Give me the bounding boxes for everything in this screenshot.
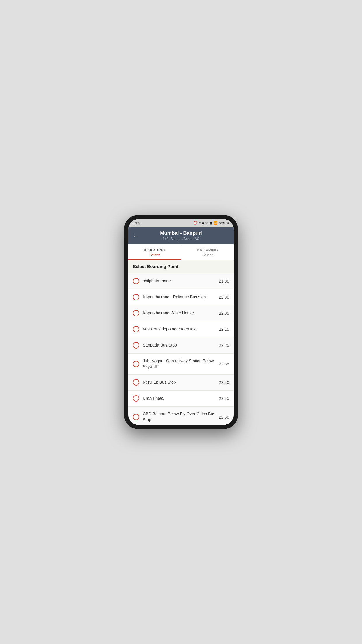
bus-type: 1+2, Sleeper/Seater,AC	[141, 237, 221, 241]
stop-time: 22:35	[219, 362, 229, 366]
radio-button[interactable]	[133, 310, 139, 316]
boarding-item[interactable]: Vashi bus depo near teen taki22:15	[128, 321, 234, 337]
section-header: Select Boarding Point	[128, 260, 234, 273]
app-header: ← Mumbai - Banpuri 1+2, Sleeper/Seater,A…	[128, 227, 234, 244]
battery-icon: ⊙	[226, 221, 229, 225]
wifi-icon: ▦	[210, 221, 212, 225]
stop-name: Sanpada Bus Stop	[143, 342, 217, 348]
stop-time: 22:25	[219, 343, 229, 348]
boarding-item[interactable]: Juhi Nagar - Opp railway Station Below S…	[128, 354, 234, 374]
alarm-icon: ⏰	[193, 221, 197, 225]
radio-button[interactable]	[133, 414, 139, 420]
boarding-tab-value: Select	[131, 253, 179, 257]
boarding-item[interactable]: Sanpada Bus Stop22:25	[128, 337, 234, 354]
radio-button[interactable]	[133, 294, 139, 300]
boarding-item[interactable]: Uran Phata22:45	[128, 391, 234, 407]
tab-bar: BOARDING Select DROPPING Select	[128, 244, 234, 260]
radio-button[interactable]	[133, 342, 139, 349]
phone-frame: 1:32 ⏰ ✦ 0.00 ▦ 📶 60% ⊙ ← Mumbai - Banpu…	[124, 215, 238, 429]
dropping-tab-value: Select	[184, 253, 232, 257]
boarding-list: shilphata-thane21:35Koparkhairane - Reli…	[128, 273, 234, 425]
status-time: 1:32	[133, 221, 140, 225]
stop-name: Juhi Nagar - Opp railway Station Below S…	[143, 358, 217, 370]
radio-button[interactable]	[133, 379, 139, 386]
boarding-item[interactable]: Nerul Lp Bus Stop22:40	[128, 374, 234, 391]
boarding-item[interactable]: CBD Belapur Below Fly Over Cidco Bus Sto…	[128, 407, 234, 425]
tab-dropping[interactable]: DROPPING Select	[181, 244, 234, 260]
stop-time: 22:40	[219, 380, 229, 385]
stop-name: shilphata-thane	[143, 278, 217, 284]
radio-button[interactable]	[133, 278, 139, 284]
phone-screen: 1:32 ⏰ ✦ 0.00 ▦ 📶 60% ⊙ ← Mumbai - Banpu…	[128, 219, 234, 425]
stop-name: Koparkhairane White House	[143, 310, 217, 316]
stop-time: 21:35	[219, 279, 229, 284]
stop-name: Uran Phata	[143, 396, 217, 401]
data-icon: 0.00	[202, 221, 208, 225]
stop-name: CBD Belapur Below Fly Over Cidco Bus Sto…	[143, 411, 217, 423]
stop-name: Koparkhairane - Reliance Bus stop	[143, 294, 217, 300]
status-icons: ⏰ ✦ 0.00 ▦ 📶 60% ⊙	[193, 221, 229, 225]
header-title-block: Mumbai - Banpuri 1+2, Sleeper/Seater,AC	[141, 230, 221, 241]
boarding-tab-label: BOARDING	[131, 248, 179, 252]
stop-time: 22:00	[219, 295, 229, 300]
battery-text: 60%	[219, 221, 225, 225]
back-button[interactable]: ←	[133, 233, 139, 239]
stop-time: 22:05	[219, 311, 229, 316]
stop-name: Nerul Lp Bus Stop	[143, 379, 217, 385]
dropping-tab-label: DROPPING	[184, 248, 232, 252]
stop-time: 22:45	[219, 396, 229, 401]
stop-name: Vashi bus depo near teen taki	[143, 326, 217, 332]
boarding-item[interactable]: Koparkhairane White House22:05	[128, 305, 234, 321]
radio-button[interactable]	[133, 395, 139, 402]
tab-boarding[interactable]: BOARDING Select	[128, 244, 181, 260]
radio-button[interactable]	[133, 326, 139, 332]
bluetooth-icon: ✦	[198, 221, 201, 225]
boarding-item[interactable]: Koparkhairane - Reliance Bus stop22:00	[128, 289, 234, 305]
route-title: Mumbai - Banpuri	[141, 230, 221, 236]
status-bar: 1:32 ⏰ ✦ 0.00 ▦ 📶 60% ⊙	[128, 219, 234, 227]
signal-icon: 📶	[214, 221, 218, 225]
boarding-item[interactable]: shilphata-thane21:35	[128, 273, 234, 289]
boarding-list-scroll[interactable]: shilphata-thane21:35Koparkhairane - Reli…	[128, 273, 234, 425]
stop-time: 22:50	[219, 415, 229, 419]
radio-button[interactable]	[133, 361, 139, 367]
stop-time: 22:15	[219, 327, 229, 332]
